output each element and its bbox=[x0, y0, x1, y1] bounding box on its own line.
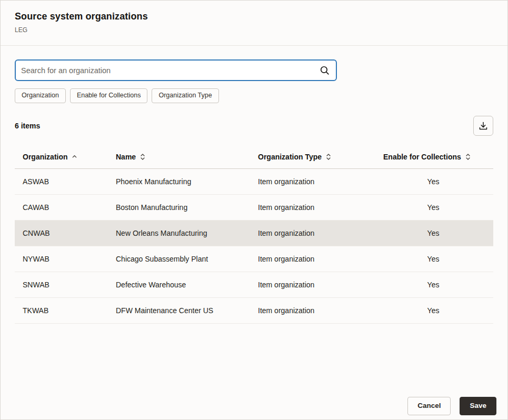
page-title: Source system organizations bbox=[15, 11, 493, 22]
sort-both-icon bbox=[325, 153, 332, 161]
search-icon[interactable] bbox=[320, 65, 330, 75]
column-label: Enable for Collections bbox=[383, 153, 461, 161]
download-icon bbox=[479, 121, 488, 131]
cancel-button[interactable]: Cancel bbox=[407, 397, 451, 415]
cell-name: New Orleans Manufacturing bbox=[116, 229, 258, 237]
filter-chip-organization-type[interactable]: Organization Type bbox=[152, 88, 218, 103]
items-count: 6 items bbox=[15, 122, 40, 130]
search-input[interactable] bbox=[21, 66, 320, 75]
sort-both-icon bbox=[140, 153, 146, 161]
table-row[interactable]: SNWAB Defective Warehouse Item organizat… bbox=[15, 272, 493, 298]
cell-enable-for-collections: Yes bbox=[383, 203, 483, 212]
filter-chip-enable-for-collections[interactable]: Enable for Collections bbox=[70, 88, 148, 103]
panel-header: Source system organizations LEG bbox=[1, 1, 507, 34]
search-box[interactable] bbox=[15, 59, 337, 81]
cell-name: Phoenix Manufacturing bbox=[116, 177, 258, 186]
cell-organization-type: Item organization bbox=[258, 281, 383, 289]
table-header-row: Organization Name bbox=[15, 151, 493, 169]
sort-both-icon bbox=[465, 153, 471, 161]
filter-chip-organization[interactable]: Organization bbox=[15, 88, 66, 103]
cell-name: DFW Maintenance Center US bbox=[116, 306, 258, 315]
cell-organization: CNWAB bbox=[23, 229, 116, 237]
column-header-organization[interactable]: Organization bbox=[23, 153, 116, 161]
cell-organization: ASWAB bbox=[23, 177, 116, 186]
download-button[interactable] bbox=[473, 116, 493, 136]
column-label: Name bbox=[116, 153, 136, 161]
footer-actions: Cancel Save bbox=[407, 397, 496, 415]
column-header-organization-type[interactable]: Organization Type bbox=[258, 153, 383, 161]
cell-name: Chicago Subassembly Plant bbox=[116, 255, 258, 263]
cell-enable-for-collections: Yes bbox=[383, 229, 483, 237]
cell-organization-type: Item organization bbox=[258, 306, 383, 315]
table-row[interactable]: CAWAB Boston Manufacturing Item organiza… bbox=[15, 195, 493, 221]
page-subtitle: LEG bbox=[15, 26, 493, 34]
cell-enable-for-collections: Yes bbox=[383, 255, 483, 263]
column-label: Organization Type bbox=[258, 153, 322, 161]
organizations-table: Organization Name bbox=[15, 151, 493, 324]
column-header-enable-for-collections[interactable]: Enable for Collections bbox=[383, 153, 483, 161]
cell-organization-type: Item organization bbox=[258, 177, 383, 186]
cell-organization-type: Item organization bbox=[258, 255, 383, 263]
table-row[interactable]: ASWAB Phoenix Manufacturing Item organiz… bbox=[15, 169, 493, 195]
column-label: Organization bbox=[23, 153, 68, 161]
cell-organization: CAWAB bbox=[23, 203, 116, 212]
header-divider bbox=[1, 45, 507, 46]
cell-enable-for-collections: Yes bbox=[383, 306, 483, 315]
save-button[interactable]: Save bbox=[460, 397, 496, 415]
table-row-selected[interactable]: CNWAB New Orleans Manufacturing Item org… bbox=[15, 221, 493, 246]
cell-organization: TKWAB bbox=[23, 306, 116, 315]
cell-organization-type: Item organization bbox=[258, 203, 383, 212]
cell-enable-for-collections: Yes bbox=[383, 177, 483, 186]
filter-chips: Organization Enable for Collections Orga… bbox=[15, 88, 493, 103]
cell-organization-type: Item organization bbox=[258, 229, 383, 237]
items-bar: 6 items bbox=[15, 116, 493, 136]
cell-organization: SNWAB bbox=[23, 281, 116, 289]
sort-asc-icon bbox=[72, 154, 77, 159]
cell-name: Boston Manufacturing bbox=[116, 203, 258, 212]
table-row[interactable]: NYWAB Chicago Subassembly Plant Item org… bbox=[15, 246, 493, 272]
cell-organization: NYWAB bbox=[23, 255, 116, 263]
source-system-organizations-panel: Source system organizations LEG Organiza… bbox=[0, 0, 508, 420]
cell-name: Defective Warehouse bbox=[116, 281, 258, 289]
column-header-name[interactable]: Name bbox=[116, 153, 258, 161]
table-row[interactable]: TKWAB DFW Maintenance Center US Item org… bbox=[15, 298, 493, 324]
cell-enable-for-collections: Yes bbox=[383, 281, 483, 289]
